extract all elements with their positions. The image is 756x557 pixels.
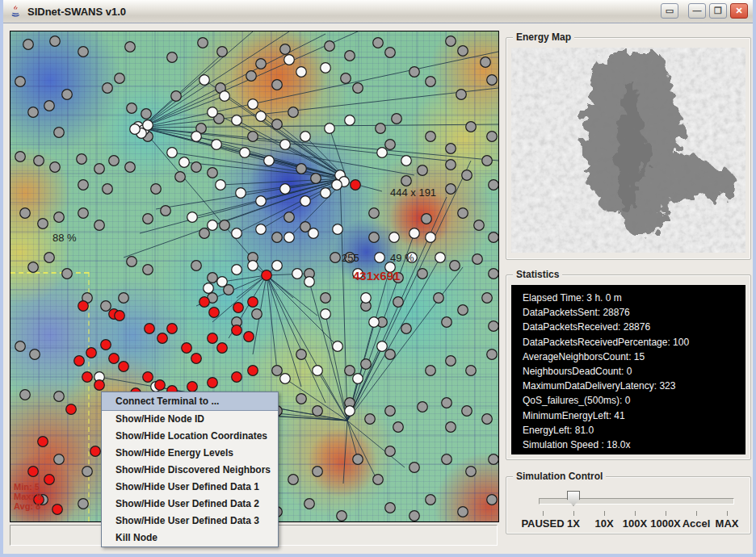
sensor-node-idle[interactable] [311,174,321,184]
sensor-node-dead[interactable] [217,343,228,354]
sensor-node-active[interactable] [232,115,242,126]
sensor-node-idle[interactable] [288,475,299,485]
sensor-node-active[interactable] [321,309,331,320]
sensor-node-dead[interactable] [208,378,218,388]
sensor-node-idle[interactable] [141,109,152,119]
sensor-node-dead[interactable] [232,372,242,383]
sensor-node-idle[interactable] [44,253,55,263]
sensor-node-idle[interactable] [466,366,477,376]
sensor-node-active[interactable] [426,232,436,243]
sensor-node-idle[interactable] [272,80,283,90]
sensor-node-active[interactable] [167,148,178,158]
sensor-node-dead[interactable] [109,354,120,364]
sensor-node-dead[interactable] [143,372,153,383]
sensor-node-idle[interactable] [246,71,257,82]
sensor-node-idle[interactable] [446,184,456,195]
sensor-node-active[interactable] [272,261,283,271]
sensor-node-active[interactable] [200,75,210,86]
sensor-node-active[interactable] [309,228,319,239]
sensor-node-dead[interactable] [28,467,39,477]
sensor-node-idle[interactable] [373,38,384,48]
sensor-node-idle[interactable] [410,511,420,521]
sensor-node-idle[interactable] [489,180,498,191]
sensor-node-active[interactable] [256,196,267,207]
sensor-node-active[interactable] [256,111,267,122]
sensor-node-idle[interactable] [272,232,283,243]
sensor-node-idle[interactable] [171,91,182,102]
sensor-node-idle[interactable] [296,164,307,174]
sensor-node-idle[interactable] [385,406,396,417]
sensor-node-idle[interactable] [337,511,347,521]
sensor-node-idle[interactable] [373,475,384,485]
sensor-node-active[interactable] [321,63,331,73]
sensor-node-active[interactable] [333,341,343,352]
sensor-node-idle[interactable] [44,101,55,111]
sensor-node-idle[interactable] [330,253,341,263]
sensor-node-dead[interactable] [38,437,48,447]
sensor-node-dead[interactable] [208,333,218,344]
sensor-node-dead[interactable] [44,475,55,485]
sensor-node-active[interactable] [248,261,258,271]
sensor-node-idle[interactable] [446,422,456,433]
sensor-node-dead[interactable] [158,333,168,344]
sensor-node-active[interactable] [187,212,198,223]
sensor-node-idle[interactable] [175,172,186,182]
sensor-node-idle[interactable] [401,176,412,186]
sensor-node-idle[interactable] [458,208,468,219]
sensor-node-idle[interactable] [30,350,40,360]
sensor-node-idle[interactable] [272,366,283,376]
sensor-node-dead[interactable] [233,303,244,313]
sensor-node-idle[interactable] [272,119,283,130]
sensor-node-idle[interactable] [50,162,61,173]
sensor-node-active[interactable] [300,132,311,142]
sensor-node-idle[interactable] [422,214,432,224]
sensor-node-active[interactable] [208,220,218,231]
sensor-node-idle[interactable] [489,321,498,332]
sensor-node-active[interactable] [375,253,385,263]
sensor-node-active[interactable] [401,156,412,166]
sensor-node-dead[interactable] [86,348,97,358]
sensor-node-active[interactable] [296,67,307,77]
sensor-node-idle[interactable] [304,499,315,509]
sensor-node-idle[interactable] [393,297,404,308]
sensor-node-idle[interactable] [341,73,351,84]
sensor-node-dead[interactable] [248,366,258,376]
sensor-node-idle[interactable] [54,454,65,465]
sensor-node-idle[interactable] [284,212,295,223]
sensor-node-active[interactable] [345,115,355,126]
sensor-node-idle[interactable] [446,144,456,154]
sensor-node-active[interactable] [435,253,446,263]
sensor-node-active[interactable] [377,341,388,352]
sensor-node-idle[interactable] [115,73,125,84]
sensor-node-dead[interactable] [66,404,77,415]
menu-item-show-hide-energy-levels[interactable]: Show/Hide Energy Levels [102,445,278,462]
sensor-node-idle[interactable] [325,41,335,52]
sensor-node-idle[interactable] [489,269,498,279]
sensor-node-dead[interactable] [248,297,258,308]
sensor-node-idle[interactable] [418,269,428,279]
sensor-node-idle[interactable] [101,301,111,312]
sensor-node-idle[interactable] [200,228,210,239]
sensor-node-idle[interactable] [151,184,162,195]
sensor-node-idle[interactable] [458,305,468,316]
sensor-node-active[interactable] [217,277,228,287]
sensor-node-idle[interactable] [426,366,436,376]
sensor-node-active[interactable] [353,374,363,384]
sensor-node-idle[interactable] [482,414,493,425]
sensor-node-idle[interactable] [62,90,73,100]
sensor-node-idle[interactable] [78,208,89,219]
sensor-node-idle[interactable] [418,402,428,413]
sensor-node-idle[interactable] [54,212,65,223]
sensor-node-idle[interactable] [345,51,355,61]
sensor-node-idle[interactable] [472,254,483,265]
sensor-node-idle[interactable] [442,398,452,408]
sensor-node-idle[interactable] [20,208,31,219]
sensor-node-idle[interactable] [481,57,491,68]
sensor-node-dead[interactable] [74,356,85,366]
sensor-node-idle[interactable] [34,156,44,166]
sensor-node-idle[interactable] [456,90,467,100]
sensor-node-idle[interactable] [426,77,436,87]
sensor-node-idle[interactable] [125,162,136,173]
sensor-node-active[interactable] [284,232,295,243]
sensor-node-idle[interactable] [385,48,396,58]
